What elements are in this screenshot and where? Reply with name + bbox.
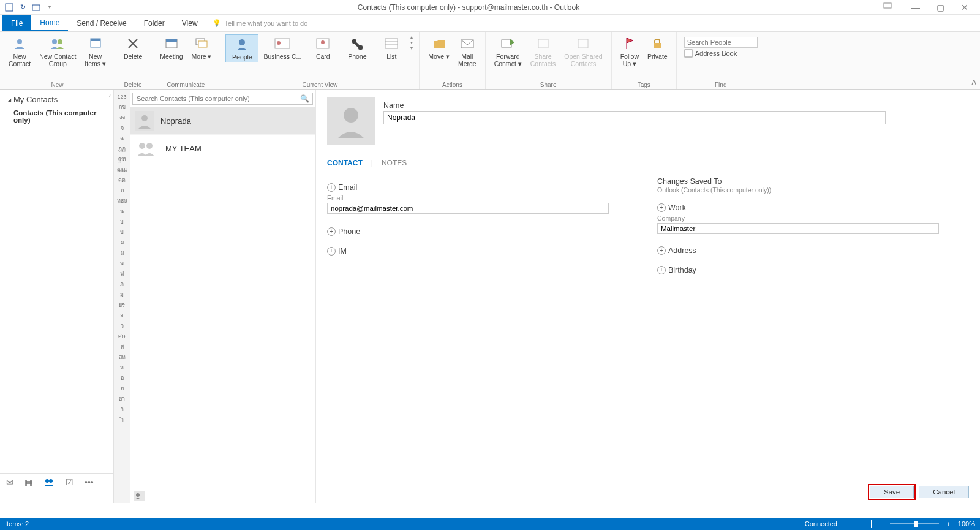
nav-contacts-folder[interactable]: Contacts (This computer only) [0,107,113,126]
alpha-index-item[interactable]: ศษ [118,331,126,341]
alpha-index-item[interactable]: ห [120,362,124,373]
subtab-notes[interactable]: NOTES [382,159,407,168]
alpha-index-item[interactable]: ถ [121,185,124,195]
nav-my-contacts[interactable]: My Contacts [0,90,113,107]
more-button[interactable]: More ▾ [188,34,216,61]
alpha-index-item[interactable]: อ [121,373,124,383]
alpha-index-item[interactable]: ส [121,341,124,352]
alpha-index-item[interactable]: ภ [120,279,124,289]
tab-home[interactable]: Home [31,15,68,31]
view-normal-icon[interactable] [845,520,854,528]
view-card-button[interactable]: Card [306,34,339,61]
alpha-index-item[interactable]: กข [119,102,126,112]
private-button[interactable]: Private [644,34,671,61]
ribbon-collapse-button[interactable]: ᐱ [971,78,976,87]
forward-contact-button[interactable]: Forward Contact ▾ [491,34,526,69]
alpha-index-item[interactable]: น [120,206,124,216]
mail-nav-icon[interactable]: ✉ [6,477,13,487]
move-button[interactable]: Move ▾ [424,34,453,61]
alpha-index-item[interactable]: ฎฏ [118,143,126,154]
contact-row[interactable]: Noprada [130,107,315,135]
email-section-header[interactable]: +Email [327,183,639,192]
alpha-index-item[interactable]: า [121,404,124,414]
address-section-header[interactable]: +Address [657,246,969,255]
alpha-index-item[interactable]: จ [121,123,124,133]
mail-merge-button[interactable]: Mail Merge [454,34,480,69]
zoom-percent[interactable]: 100% [958,520,975,528]
alpha-index-item[interactable]: ฝ [121,248,124,258]
alpha-index-item[interactable]: ดต [118,175,126,185]
view-business-card-button[interactable]: Business C... [260,34,305,61]
new-items-button[interactable]: New Items ▾ [81,34,110,69]
alpha-index-item[interactable]: พ [120,258,124,268]
alpha-index-item[interactable]: ยร [119,300,125,310]
follow-up-button[interactable]: Follow Up ▾ [617,34,643,69]
zoom-minus[interactable]: − [879,520,883,528]
qat-send-icon[interactable] [32,3,40,12]
view-reading-icon[interactable] [862,520,872,528]
view-phone-button[interactable]: Phone [341,34,374,61]
tellme-search[interactable]: 💡 Tell me what you want to do [213,15,308,31]
email-input[interactable] [327,203,609,214]
alpha-index-item[interactable]: 123 [117,91,126,102]
zoom-slider[interactable] [890,523,939,524]
birthday-section-header[interactable]: +Birthday [657,266,969,274]
alpha-index-item[interactable]: ว [121,320,124,331]
alpha-index-item[interactable]: ำ [121,414,124,425]
tab-file[interactable]: File [2,15,31,31]
tasks-nav-icon[interactable]: ☑ [66,477,74,487]
cancel-button[interactable]: Cancel [919,486,969,498]
ribbon-display-icon[interactable] [883,2,899,12]
tab-send-receive[interactable]: Send / Receive [68,15,135,31]
navpane-collapse-icon[interactable]: ‹ [109,93,111,99]
alpha-index-item[interactable]: บ [120,216,124,227]
alpha-index-item[interactable]: ฮา [119,393,125,404]
delete-button[interactable]: Delete [120,34,146,61]
calendar-nav-icon[interactable]: ▦ [24,477,32,487]
alpha-index-strip[interactable]: 123กขงจจฉฎฏฐฑฒณดตถทธนนบปผฝพฟภมยรลวศษสสหห… [114,90,130,503]
maximize-button[interactable]: ▢ [932,2,948,12]
alpha-index-item[interactable]: ป [120,227,124,237]
tab-view[interactable]: View [173,15,206,31]
save-button[interactable]: Save [870,486,914,498]
alpha-index-item[interactable]: ฮ [121,383,124,393]
im-section-header[interactable]: +IM [327,247,639,256]
qat-undo-icon[interactable]: ↻ [18,3,27,12]
search-contacts-input[interactable] [132,93,313,105]
meeting-button[interactable]: Meeting [156,34,186,61]
alpha-index-item[interactable]: ฟ [120,268,124,279]
view-people-button[interactable]: People [225,34,258,62]
alpha-index-item[interactable]: ล [120,310,124,320]
work-section-header[interactable]: +Work [657,203,969,212]
alpha-index-item[interactable]: ทธน [117,195,127,206]
more-nav-icon[interactable]: ••• [85,477,94,487]
contact-avatar[interactable] [327,97,375,145]
qat-new-icon[interactable] [5,3,13,12]
view-gallery-scroll[interactable]: ▴▾▾ [409,34,414,51]
close-button[interactable]: ✕ [957,2,973,12]
zoom-plus[interactable]: + [946,520,950,528]
new-contact-group-button[interactable]: New Contact Group [36,34,80,69]
view-list-button[interactable]: List [375,34,408,61]
people-nav-icon[interactable] [43,478,55,486]
qat-dropdown-icon[interactable]: ▾ [45,3,54,12]
phone-section-header[interactable]: +Phone [327,227,639,236]
alpha-index-item[interactable]: สห [119,352,126,362]
alpha-index-item[interactable]: ฒณ [117,164,127,175]
alpha-index-item[interactable]: ฐฑ [118,154,126,164]
alpha-index-item[interactable]: งจ [119,112,125,123]
search-people-input[interactable] [684,37,758,48]
minimize-button[interactable]: — [908,2,924,12]
list-footer-icon[interactable] [134,491,145,501]
alpha-index-item[interactable]: ฉ [120,133,124,143]
name-input[interactable] [383,111,886,124]
new-contact-button[interactable]: New Contact [5,34,34,69]
subtab-contact[interactable]: CONTACT [327,159,363,168]
alpha-index-item[interactable]: ผ [121,237,124,248]
company-input[interactable] [657,223,939,234]
tab-folder[interactable]: Folder [135,15,173,31]
address-book-button[interactable]: Address Book [684,49,758,58]
contact-row[interactable]: MY TEAM [130,135,315,162]
alpha-index-item[interactable]: ม [120,289,124,300]
search-icon[interactable]: 🔍 [300,94,309,103]
